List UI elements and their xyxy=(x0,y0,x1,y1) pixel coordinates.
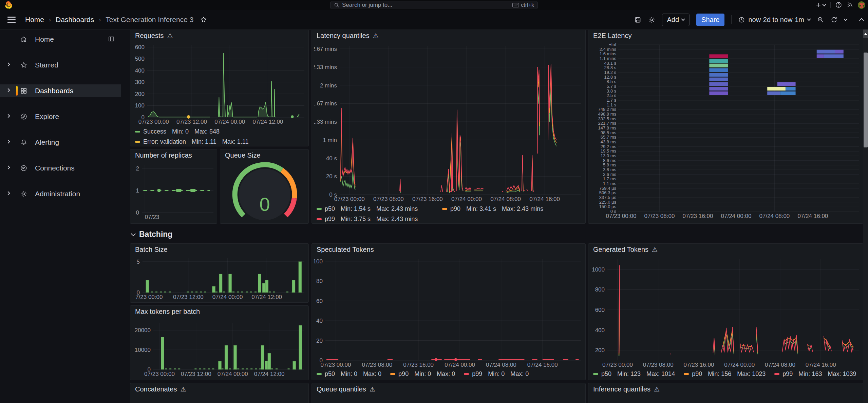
warning-icon[interactable]: ⚠ xyxy=(370,386,375,392)
panel-header[interactable]: Queue quantiles ⚠ xyxy=(312,383,585,395)
panel-header[interactable]: Requests ⚠ xyxy=(130,30,308,41)
add-menu-button[interactable] xyxy=(815,2,826,8)
dashboard-settings-icon[interactable] xyxy=(648,16,655,23)
sidebar-item-explore[interactable]: Explore xyxy=(0,110,121,123)
warning-icon[interactable]: ⚠ xyxy=(652,246,658,253)
clock-icon xyxy=(738,17,745,23)
sidebar-item-connections[interactable]: Connections xyxy=(0,162,121,175)
speculated-tokens-chart[interactable]: 07/23 00:0007/23 08:0007/23 16:0007/24 0… xyxy=(314,257,584,368)
sidebar-item-dashboards[interactable]: Dashboards xyxy=(0,84,121,97)
news-rss-icon[interactable] xyxy=(847,2,853,8)
latency-chart[interactable]: 07/23 00:0007/23 08:0007/23 16:0007/24 0… xyxy=(314,43,584,203)
series-color-swatch xyxy=(390,373,395,375)
panel-generated-tokens: Generated Tokens ⚠ 07/23 00:0007/23 08:0… xyxy=(588,243,863,380)
sidebar-item-home[interactable]: Home xyxy=(0,33,121,46)
svg-text:2.67 mins: 2.67 mins xyxy=(314,46,337,52)
expand-chevron-icon[interactable] xyxy=(6,165,10,169)
panel-header[interactable]: Batch Size xyxy=(130,244,308,255)
series-color-swatch xyxy=(593,373,598,375)
user-avatar[interactable] xyxy=(858,1,865,9)
e2e-heatmap[interactable]: 07/23 00:0007/23 08:0007/23 16:0007/24 0… xyxy=(590,42,862,220)
scroll-up-arrow-icon xyxy=(864,33,867,35)
svg-text:07/24 00:00: 07/24 00:00 xyxy=(451,196,482,202)
panel-header[interactable]: Inference quantiles ⚠ xyxy=(588,383,863,395)
star-icon xyxy=(20,61,28,69)
mega-menu-toggle[interactable] xyxy=(7,17,16,23)
grafana-logo[interactable] xyxy=(4,1,13,9)
svg-text:2 mins: 2 mins xyxy=(320,82,337,89)
sidebar-item-alerting[interactable]: Alerting xyxy=(0,136,121,149)
search-input[interactable]: Search or jump to... ctrl+k xyxy=(330,1,538,9)
refresh-interval-chevron[interactable] xyxy=(844,17,847,21)
legend-item[interactable]: p50 Min: 123 Max: 1014 xyxy=(593,370,675,378)
svg-text:10000: 10000 xyxy=(135,347,151,353)
panel-header[interactable]: Speculated Tokens xyxy=(312,244,585,255)
bell-icon xyxy=(20,139,28,146)
vertical-scrollbar[interactable] xyxy=(863,29,868,403)
queue-size-gauge[interactable]: 0 xyxy=(224,162,306,221)
batch-size-chart[interactable]: 7/23 00:0007/23 12:0007/24 00:0007/24 12… xyxy=(132,255,307,301)
panel-header[interactable]: Queue Size xyxy=(220,149,308,161)
legend-item[interactable]: p90 Min: 0 Max: 0 xyxy=(390,370,455,378)
breadcrumb-home[interactable]: Home xyxy=(25,16,44,24)
warning-icon[interactable]: ⚠ xyxy=(180,386,186,392)
svg-text:07/24 08:00: 07/24 08:00 xyxy=(759,213,790,219)
expand-chevron-icon[interactable] xyxy=(6,191,10,195)
legend-item[interactable]: Error: validation Min: 1.11 Max: 1.11 xyxy=(135,138,248,145)
legend-item[interactable]: p90 Min: 3.41 s Max: 2.43 mins xyxy=(442,205,568,213)
expand-chevron-icon[interactable] xyxy=(6,140,10,143)
top-bar: Search or jump to... ctrl+k xyxy=(0,0,868,10)
scrollbar-thumb[interactable] xyxy=(864,53,868,147)
svg-text:07/23 12:00: 07/23 12:00 xyxy=(173,294,204,300)
replicas-chart[interactable]: 07/23012 xyxy=(132,162,216,221)
legend-item[interactable]: p99 Min: 3.75 s Max: 2.43 mins xyxy=(317,216,442,223)
warning-icon[interactable]: ⚠ xyxy=(654,386,660,392)
svg-text:07/24 12:00: 07/24 12:00 xyxy=(254,371,285,377)
panel-header[interactable]: Concatenates ⚠ xyxy=(130,383,308,395)
warning-icon[interactable]: ⚠ xyxy=(373,33,379,39)
keyboard-icon xyxy=(512,3,519,7)
expand-chevron-icon[interactable] xyxy=(6,114,10,118)
refresh-icon[interactable] xyxy=(831,16,837,23)
svg-text:400: 400 xyxy=(595,327,605,334)
panel-header[interactable]: Max tokens per batch xyxy=(130,306,308,317)
panel-concatenates: Concatenates ⚠ xyxy=(130,383,309,403)
warning-icon[interactable]: ⚠ xyxy=(167,33,173,39)
sidebar-item-administration[interactable]: Administration xyxy=(0,187,121,200)
collapse-toolbar-icon[interactable] xyxy=(859,18,864,23)
legend-item[interactable]: Success Min: 0 Max: 548 xyxy=(135,128,248,135)
max-tokens-chart[interactable]: 07/23 00:0007/23 12:0007/24 00:0007/24 1… xyxy=(132,321,307,378)
legend-item[interactable]: p90 Min: 156 Max: 1023 xyxy=(684,370,766,378)
panel-header[interactable]: E2E Latency xyxy=(588,30,863,41)
generated-tokens-chart[interactable]: 07/23 00:0007/23 08:0007/23 16:0007/24 0… xyxy=(590,257,862,368)
svg-text:100: 100 xyxy=(135,102,145,109)
legend-item[interactable]: p50 Min: 1.54 s Max: 2.43 mins xyxy=(317,205,442,213)
legend-item[interactable]: p99 Min: 163 Max: 1039 xyxy=(774,370,856,378)
sidebar-item-starred[interactable]: Starred xyxy=(0,59,121,72)
panel-header[interactable]: Latency quantiles ⚠ xyxy=(312,30,585,41)
share-button[interactable]: Share xyxy=(696,14,724,26)
legend-item[interactable]: p99 Min: 0 Max: 0 xyxy=(464,370,529,378)
panel-requests: Requests ⚠ 07/23 00:0007/23 12:0007/24 0… xyxy=(130,29,309,146)
requests-chart[interactable]: 07/23 00:0007/23 12:0007/24 00:0007/24 1… xyxy=(132,42,307,125)
save-dashboard-icon[interactable] xyxy=(634,16,641,23)
svg-text:0: 0 xyxy=(148,366,151,373)
favorite-star-icon[interactable] xyxy=(200,16,207,23)
expand-chevron-icon[interactable] xyxy=(6,62,10,66)
panel-max-tokens-per-batch: Max tokens per batch 07/23 00:0007/23 12… xyxy=(130,305,309,380)
time-range-picker[interactable]: now-2d to now-1m xyxy=(738,16,810,24)
svg-text:0: 0 xyxy=(320,357,323,364)
breadcrumb-current: Text Generation Inference 3 xyxy=(106,16,193,24)
panel-header[interactable]: Number of replicas xyxy=(130,149,217,161)
series-color-swatch xyxy=(442,208,447,210)
panel-header[interactable]: Generated Tokens ⚠ xyxy=(588,244,863,255)
legend-item[interactable]: p50 Min: 0 Max: 0 xyxy=(317,370,381,378)
zoom-out-icon[interactable] xyxy=(817,16,824,23)
help-icon[interactable] xyxy=(835,2,842,8)
add-panel-button[interactable]: Add xyxy=(662,14,690,26)
dock-menu-icon[interactable] xyxy=(108,36,115,42)
scroll-up-button[interactable] xyxy=(863,29,868,38)
section-batching[interactable]: Batching xyxy=(132,230,172,239)
breadcrumb-dashboards[interactable]: Dashboards xyxy=(56,16,94,24)
expand-chevron-icon[interactable] xyxy=(6,88,10,92)
